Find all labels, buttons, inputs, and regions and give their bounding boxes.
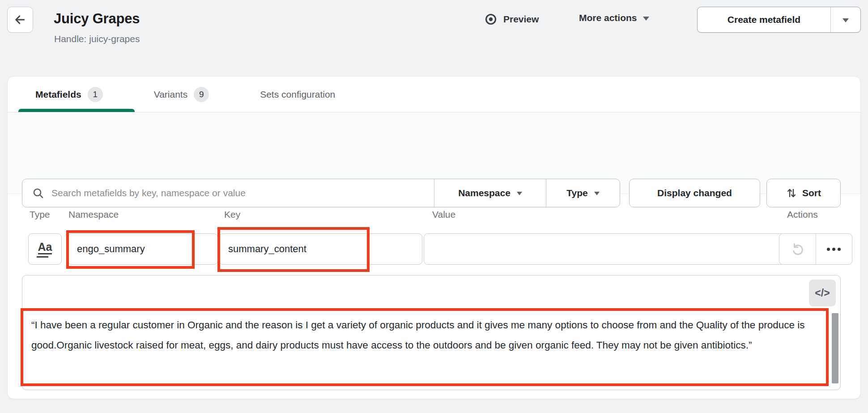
create-metafield-button[interactable]: Create metafield (698, 7, 831, 32)
undo-icon (790, 241, 805, 257)
tab-variants[interactable]: Variants 9 (154, 87, 209, 102)
code-view-button[interactable]: </> (809, 280, 836, 306)
handle-subtitle: Handle: juicy-grapes (54, 34, 140, 44)
search-filter-group: Namespace Type (22, 179, 620, 207)
editor-scrollbar-thumb[interactable] (832, 313, 838, 383)
tab-label: Variants (154, 89, 187, 100)
filter-bar: Namespace Type Display changed (8, 112, 860, 194)
eye-icon (484, 13, 498, 26)
search-segment (22, 179, 434, 207)
tab-metafields[interactable]: Metafields 1 (35, 87, 103, 102)
tab-label: Sets configuration (260, 89, 335, 100)
column-header-namespace: Namespace (68, 209, 119, 220)
row-more-menu-button[interactable] (816, 234, 852, 264)
metafields-page: Juicy Grapes Handle: juicy-grapes Previe… (0, 0, 868, 413)
type-filter-label: Type (566, 188, 587, 198)
text-type-icon: Aa (38, 241, 52, 254)
undo-button[interactable] (779, 234, 816, 264)
value-editor: </> “I have been a regular customer in O… (22, 275, 841, 390)
tab-count-badge: 1 (88, 87, 103, 102)
preview-label: Preview (503, 14, 539, 25)
sort-button[interactable]: Sort (766, 179, 841, 207)
tab-label: Metafields (35, 89, 81, 100)
chevron-down-icon (517, 192, 522, 195)
sort-arrows-icon (786, 187, 797, 199)
active-tab-indicator (18, 109, 135, 112)
editor-body: “I have been a regular customer in Organ… (22, 310, 840, 390)
row-actions-group (779, 233, 852, 265)
metafields-card: Metafields 1 Variants 9 Sets configurati… (7, 76, 861, 399)
create-metafield-split-button: Create metafield (697, 7, 861, 33)
key-input[interactable] (219, 233, 422, 265)
namespace-filter-button[interactable]: Namespace (434, 179, 546, 207)
namespace-filter-label: Namespace (458, 188, 511, 198)
tab-count-badge: 9 (194, 87, 209, 102)
preview-button[interactable]: Preview (484, 13, 539, 26)
value-input[interactable] (424, 233, 785, 265)
ellipsis-icon (827, 248, 841, 251)
display-changed-button[interactable]: Display changed (629, 179, 760, 207)
text-type-icon-underline (37, 256, 48, 258)
column-header-key: Key (224, 209, 240, 220)
tab-sets-configuration[interactable]: Sets configuration (260, 89, 335, 100)
column-header-actions: Actions (787, 209, 818, 220)
metafield-type-button[interactable]: Aa (28, 233, 62, 265)
sort-label: Sort (802, 188, 821, 198)
create-metafield-dropdown-toggle[interactable] (831, 7, 860, 32)
chevron-down-icon (842, 18, 849, 22)
editor-text-content[interactable]: “I have been a regular customer in Organ… (31, 315, 823, 355)
search-input[interactable] (51, 188, 434, 198)
editor-toolbar: </> (22, 275, 840, 310)
type-filter-button[interactable]: Type (546, 179, 620, 207)
more-actions-label: More actions (579, 13, 637, 23)
column-header-value: Value (432, 209, 455, 220)
display-changed-label: Display changed (657, 188, 732, 198)
back-button[interactable] (7, 7, 33, 33)
chevron-down-icon (643, 17, 649, 21)
search-icon (32, 187, 44, 199)
chevron-down-icon (594, 192, 600, 195)
page-title: Juicy Grapes (54, 11, 140, 27)
namespace-input[interactable] (68, 233, 218, 265)
column-header-type: Type (30, 209, 50, 220)
back-arrow-icon (13, 13, 27, 26)
more-actions-button[interactable]: More actions (579, 13, 649, 23)
tab-bar: Metafields 1 Variants 9 Sets configurati… (8, 77, 860, 112)
